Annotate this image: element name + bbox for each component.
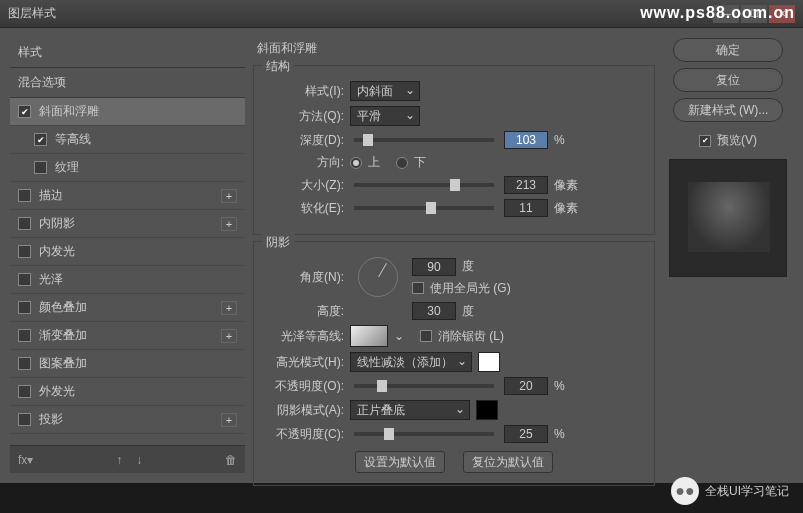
style-item-内发光[interactable]: 内发光 [10, 238, 245, 266]
style-item-描边[interactable]: 描边+ [10, 182, 245, 210]
soften-unit: 像素 [554, 200, 584, 217]
trash-icon[interactable]: 🗑 [225, 453, 237, 467]
style-checkbox[interactable] [18, 301, 31, 314]
style-checkbox[interactable] [18, 189, 31, 202]
angle-dial[interactable] [358, 257, 398, 297]
hopacity-slider[interactable] [354, 384, 494, 388]
shading-fieldset: 阴影 角度(N): 90 度 使用全局光 (G) 高度: [253, 241, 655, 486]
depth-slider[interactable] [354, 138, 494, 142]
style-label: 样式(I): [266, 83, 344, 100]
style-item-内阴影[interactable]: 内阴影+ [10, 210, 245, 238]
add-instance-icon[interactable]: + [221, 301, 237, 315]
highlight-mode-select[interactable]: 线性减淡（添加） [350, 352, 472, 372]
antialias-checkbox[interactable] [420, 330, 432, 342]
highlight-color[interactable] [478, 352, 500, 372]
style-checkbox[interactable] [18, 357, 31, 370]
technique-label: 方法(Q): [266, 108, 344, 125]
style-item-图案叠加[interactable]: 图案叠加 [10, 350, 245, 378]
gloss-contour[interactable] [350, 325, 388, 347]
direction-label: 方向: [266, 154, 344, 171]
altitude-field[interactable]: 30 [412, 302, 456, 320]
style-label: 等高线 [55, 131, 237, 148]
hopacity-label: 不透明度(O): [266, 378, 344, 395]
fx-icon[interactable]: fx▾ [18, 453, 33, 467]
make-default-button[interactable]: 设置为默认值 [355, 451, 445, 473]
sopacity-field[interactable]: 25 [504, 425, 548, 443]
preview-box [669, 159, 787, 277]
add-instance-icon[interactable]: + [221, 329, 237, 343]
style-label: 投影 [39, 411, 221, 428]
sopacity-unit: % [554, 427, 584, 441]
sopacity-slider[interactable] [354, 432, 494, 436]
style-checkbox[interactable] [18, 329, 31, 342]
style-label: 渐变叠加 [39, 327, 221, 344]
technique-select[interactable]: 平滑 [350, 106, 420, 126]
style-item-投影[interactable]: 投影+ [10, 406, 245, 434]
altitude-unit: 度 [462, 303, 474, 320]
new-style-button[interactable]: 新建样式 (W)... [673, 98, 783, 122]
style-select[interactable]: 内斜面 [350, 81, 420, 101]
cancel-button[interactable]: 复位 [673, 68, 783, 92]
wechat-icon: ●● [671, 477, 699, 505]
style-item-渐变叠加[interactable]: 渐变叠加+ [10, 322, 245, 350]
style-checkbox[interactable] [34, 161, 47, 174]
style-item-纹理[interactable]: 纹理 [10, 154, 245, 182]
style-checkbox[interactable] [18, 273, 31, 286]
soften-slider[interactable] [354, 206, 494, 210]
preview-checkbox[interactable] [699, 135, 711, 147]
style-item-光泽[interactable]: 光泽 [10, 266, 245, 294]
depth-label: 深度(D): [266, 132, 344, 149]
blend-options[interactable]: 混合选项 [10, 68, 245, 98]
style-item-斜面和浮雕[interactable]: 斜面和浮雕 [10, 98, 245, 126]
style-label: 颜色叠加 [39, 299, 221, 316]
style-label: 光泽 [39, 271, 237, 288]
direction-up-radio[interactable] [350, 157, 362, 169]
angle-field[interactable]: 90 [412, 258, 456, 276]
gloss-label: 光泽等高线: [266, 328, 344, 345]
style-checkbox[interactable] [18, 413, 31, 426]
panel-title: 斜面和浮雕 [253, 38, 655, 59]
preview-label: 预览(V) [717, 132, 757, 149]
watermark: www.ps88.oom.on [640, 4, 795, 22]
style-list: 斜面和浮雕等高线纹理描边+内阴影+内发光光泽颜色叠加+渐变叠加+图案叠加外发光投… [10, 98, 245, 445]
style-item-等高线[interactable]: 等高线 [10, 126, 245, 154]
style-item-颜色叠加[interactable]: 颜色叠加+ [10, 294, 245, 322]
structure-legend: 结构 [262, 58, 294, 75]
ok-button[interactable]: 确定 [673, 38, 783, 62]
style-label: 内发光 [39, 243, 237, 260]
styles-header: 样式 [10, 38, 245, 68]
add-instance-icon[interactable]: + [221, 217, 237, 231]
sopacity-label: 不透明度(C): [266, 426, 344, 443]
move-up-icon[interactable]: ↑ [116, 453, 122, 467]
add-instance-icon[interactable]: + [221, 189, 237, 203]
style-checkbox[interactable] [18, 385, 31, 398]
add-instance-icon[interactable]: + [221, 413, 237, 427]
move-down-icon[interactable]: ↓ [136, 453, 142, 467]
style-label: 图案叠加 [39, 355, 237, 372]
window-title: 图层样式 [8, 5, 711, 22]
size-slider[interactable] [354, 183, 494, 187]
soften-field[interactable]: 11 [504, 199, 548, 217]
altitude-label: 高度: [266, 303, 344, 320]
style-label: 外发光 [39, 383, 237, 400]
style-checkbox[interactable] [18, 217, 31, 230]
depth-unit: % [554, 133, 584, 147]
brand-text: 全栈UI学习笔记 [705, 483, 789, 500]
style-checkbox[interactable] [34, 133, 47, 146]
global-light-checkbox[interactable] [412, 282, 424, 294]
depth-field[interactable]: 103 [504, 131, 548, 149]
style-checkbox[interactable] [18, 105, 31, 118]
size-unit: 像素 [554, 177, 584, 194]
shading-legend: 阴影 [262, 234, 294, 251]
shadow-color[interactable] [476, 400, 498, 420]
direction-down-radio[interactable] [396, 157, 408, 169]
antialias-label: 消除锯齿 (L) [438, 328, 504, 345]
size-field[interactable]: 213 [504, 176, 548, 194]
hopacity-field[interactable]: 20 [504, 377, 548, 395]
shadow-mode-select[interactable]: 正片叠底 [350, 400, 470, 420]
style-label: 纹理 [55, 159, 237, 176]
style-item-外发光[interactable]: 外发光 [10, 378, 245, 406]
reset-default-button[interactable]: 复位为默认值 [463, 451, 553, 473]
style-label: 描边 [39, 187, 221, 204]
style-checkbox[interactable] [18, 245, 31, 258]
